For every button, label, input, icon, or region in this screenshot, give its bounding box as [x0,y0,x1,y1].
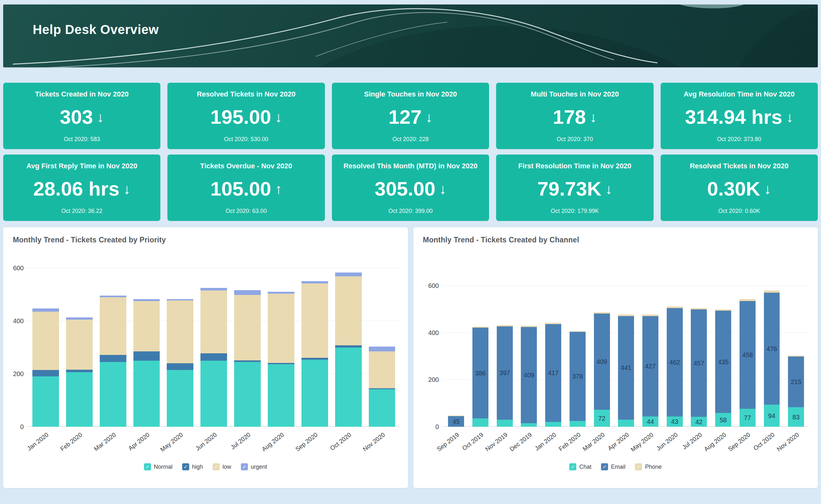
bar-segment-chat[interactable]: 72 [594,410,610,427]
bar-mar-2020[interactable] [100,268,126,427]
bar-segment-high[interactable] [66,370,93,372]
bar-segment-normal[interactable] [100,362,126,427]
bar-segment-normal[interactable] [167,370,193,427]
bar-segment-urgent[interactable] [234,290,261,295]
bar-segment-email[interactable]: 409 [521,327,537,423]
bar-sep-2019[interactable]: 45 [448,286,464,427]
bar-segment-email[interactable]: 457 [691,309,707,417]
bar-segment-urgent[interactable] [200,288,227,290]
bar-segment-normal[interactable] [301,360,328,427]
bar-segment-email[interactable]: 417 [545,324,561,422]
bar-segment-email[interactable]: 476 [764,293,780,405]
bar-segment-high[interactable] [335,345,362,348]
bar-segment-low[interactable] [234,295,261,360]
bar-segment-chat[interactable]: 42 [691,417,707,427]
legend-item-urgent[interactable]: ✓urgent [241,463,267,470]
bar-segment-urgent[interactable] [369,347,395,351]
bar-segment-email[interactable]: 441 [618,316,634,420]
bar-oct-2020[interactable] [335,268,362,427]
bar-segment-urgent[interactable] [301,281,328,283]
bar-segment-chat[interactable] [497,420,513,427]
bar-segment-high[interactable] [133,351,160,361]
bar-jul-2020[interactable] [234,268,261,427]
bar-segment-normal[interactable] [234,362,261,427]
bar-nov-2020[interactable]: 21583 [788,286,804,427]
bar-segment-high[interactable] [100,355,126,362]
bar-segment-chat[interactable]: 77 [740,409,756,427]
bar-segment-email[interactable]: 386 [472,328,488,418]
bar-segment-low[interactable] [133,301,160,351]
bar-oct-2019[interactable]: 386 [472,286,488,427]
bar-segment-low[interactable] [301,283,328,358]
bar-may-2020[interactable] [167,268,193,427]
bar-segment-email[interactable]: 45 [448,416,464,427]
bar-dec-2019[interactable]: 409 [521,286,537,427]
bar-segment-urgent[interactable] [335,273,362,276]
bar-segment-urgent[interactable] [32,308,59,312]
bar-segment-chat[interactable]: 44 [642,416,658,427]
bar-segment-normal[interactable] [369,389,395,427]
bar-segment-low[interactable] [335,276,362,345]
legend-item-email[interactable]: ✓Email [601,463,625,470]
bar-segment-chat[interactable] [570,421,586,427]
bar-apr-2020[interactable]: 441 [618,286,634,427]
bar-segment-urgent[interactable] [133,299,160,301]
bar-jan-2020[interactable] [32,268,59,427]
bar-segment-low[interactable] [66,320,93,370]
bar-may-2020[interactable]: 42744 [642,286,658,427]
bar-segment-normal[interactable] [133,361,160,427]
bar-segment-normal[interactable] [268,364,294,427]
bar-segment-email[interactable]: 458 [740,301,756,409]
bar-segment-chat[interactable]: 94 [764,405,780,427]
bar-segment-high[interactable] [200,353,227,361]
bar-segment-urgent[interactable] [66,317,93,320]
bar-segment-email[interactable]: 409 [594,314,610,410]
bar-segment-chat[interactable]: 83 [788,407,804,427]
bar-segment-normal[interactable] [66,372,93,427]
bar-segment-chat[interactable] [545,422,561,427]
legend-item-low[interactable]: ✓low [213,463,231,470]
bar-jun-2020[interactable]: 46243 [667,286,683,427]
bar-oct-2020[interactable]: 47694 [764,286,780,427]
bar-segment-email[interactable]: 215 [788,357,804,407]
bar-segment-low[interactable] [369,351,395,389]
bar-jun-2020[interactable] [200,268,227,427]
bar-feb-2020[interactable] [66,268,93,427]
bar-jan-2020[interactable]: 417 [545,286,561,427]
bar-jul-2020[interactable]: 45742 [691,286,707,427]
bar-segment-normal[interactable] [200,361,227,427]
bar-segment-normal[interactable] [32,376,59,427]
bar-sep-2020[interactable]: 45877 [740,286,756,427]
bar-segment-email[interactable]: 435 [715,311,731,413]
bar-nov-2019[interactable]: 397 [497,286,513,427]
bar-mar-2020[interactable]: 40972 [594,286,610,427]
bar-apr-2020[interactable] [133,268,160,427]
bar-segment-email[interactable]: 427 [642,316,658,416]
bar-segment-low[interactable] [268,294,294,363]
legend-item-high[interactable]: ✓high [182,463,203,470]
bar-segment-chat[interactable] [618,420,634,427]
bar-segment-chat[interactable] [472,418,488,427]
bar-sep-2020[interactable] [301,268,328,427]
legend-item-normal[interactable]: ✓Normal [144,463,173,470]
bar-segment-phone[interactable] [764,290,780,293]
bar-aug-2020[interactable] [268,268,294,427]
bar-nov-2020[interactable] [369,268,395,427]
bar-segment-email[interactable]: 397 [497,326,513,420]
bar-segment-chat[interactable] [521,423,537,427]
bar-segment-normal[interactable] [335,348,362,427]
bar-aug-2020[interactable]: 43558 [715,286,731,427]
bar-segment-high[interactable] [32,370,59,377]
legend-item-phone[interactable]: ✓Phone [635,463,662,470]
bar-segment-chat[interactable]: 43 [667,416,683,427]
bar-segment-high[interactable] [167,363,193,370]
bar-segment-low[interactable] [200,290,227,353]
legend-item-chat[interactable]: ✓Chat [569,463,591,470]
bar-feb-2020[interactable]: 378 [570,286,586,427]
bar-segment-low[interactable] [167,300,193,363]
bar-segment-email[interactable]: 378 [570,332,586,421]
bar-segment-high[interactable] [301,358,328,360]
bar-segment-low[interactable] [32,312,59,370]
bar-segment-chat[interactable]: 58 [715,413,731,427]
bar-segment-email[interactable]: 462 [667,308,683,417]
